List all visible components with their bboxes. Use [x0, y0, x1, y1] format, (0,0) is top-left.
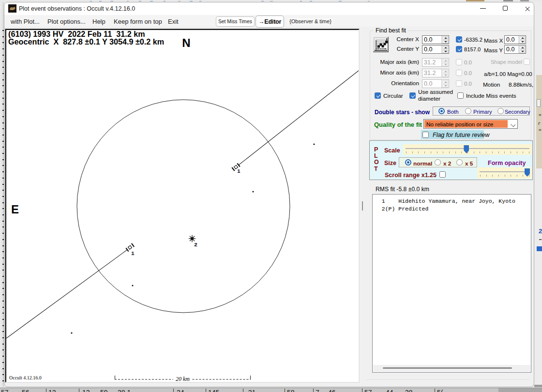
background-window-left-sliver — [0, 2, 4, 387]
quality-of-fit-combobox[interactable]: No reliable position or size — [423, 119, 518, 129]
rms-fit-label: RMS fit -5.8 ±0.0 km — [376, 186, 429, 193]
background-gridline-fragment — [243, 389, 243, 392]
observations-listbox[interactable]: 1 Hidehito Yamamura, near Joyo, Kyoto 2(… — [372, 194, 531, 373]
background-gridline-fragment — [362, 389, 362, 392]
scroll-range-checkbox[interactable] — [439, 171, 446, 178]
chord-track-line — [6, 250, 127, 338]
splitter-handle[interactable] — [362, 201, 363, 211]
quality-of-fit-label: Quality of the fit — [374, 121, 422, 128]
include-miss-events-checkbox[interactable] — [457, 92, 464, 99]
size-x2-radio[interactable] — [435, 159, 441, 166]
scale-slider-thumb[interactable] — [464, 145, 469, 153]
background-window-right-sliver: = r = 2 — [534, 2, 542, 387]
plot-settings-panel: PLOT Scale Size normal x 2 x 5 Form opac… — [369, 140, 533, 180]
background-number-fragment: 44 — [386, 389, 393, 392]
background-text-fragment — [300, 1, 302, 2]
background-number-fragment: 46 — [328, 389, 336, 392]
slider-tick — [498, 175, 499, 177]
editor-button[interactable]: →Editor — [256, 15, 284, 28]
mass-x-label: Mass X — [484, 37, 503, 44]
center-y-input[interactable]: 0.0 — [422, 45, 449, 54]
occult-plot-window: Plot event observations : Occult v.4.12.… — [4, 2, 534, 387]
orientation-label: Orientation — [366, 80, 419, 87]
flag-review-label: Flag for future review — [433, 132, 489, 138]
maximize-button[interactable] — [499, 2, 512, 15]
spin-down-icon — [519, 50, 525, 53]
menu-item-keep-form-on-top[interactable]: Keep form on top — [114, 18, 162, 25]
center-x-fit-checkbox[interactable] — [456, 36, 462, 43]
mass-y-label: Mass Y — [484, 47, 503, 54]
background-number-fragment: 7 — [316, 389, 319, 392]
observation-row[interactable]: 2(P) Predicted — [375, 206, 428, 212]
slider-tick — [505, 175, 505, 177]
predicted-star-center — [191, 237, 194, 240]
set-miss-times-button[interactable]: Set Miss Times — [216, 16, 255, 27]
double-stars-secondary-radio[interactable] — [497, 108, 504, 114]
spin-up-icon — [442, 59, 448, 62]
slider-tick — [517, 175, 517, 177]
minor-axis-input: 31.2 — [422, 69, 449, 77]
menu-item-with-plot[interactable]: with Plot... — [11, 18, 40, 25]
background-number-fragment: 34 — [177, 389, 184, 392]
background-dark-fragment — [534, 385, 542, 387]
background-dark-fragment — [498, 388, 542, 392]
plot-canvas[interactable]: 112(6103) 1993 HV 2022 Feb 11 31.2 kmGeo… — [5, 29, 359, 382]
slider-tick — [523, 175, 523, 177]
center-y-fit-checkbox[interactable] — [456, 46, 462, 52]
minimize-button[interactable] — [476, 2, 490, 15]
background-text-fragment — [261, 1, 264, 2]
horizontal-scrollbar[interactable] — [373, 365, 530, 372]
circular-checkbox[interactable] — [375, 92, 381, 99]
slider-tick — [529, 151, 529, 153]
close-button[interactable] — [521, 2, 534, 15]
background-text-fragment — [503, 0, 513, 1]
slider-tick — [437, 151, 437, 153]
use-assumed-diameter-checkbox[interactable] — [409, 92, 416, 99]
background-text-fragment — [339, 1, 342, 2]
background-text-fragment — [127, 1, 129, 2]
slider-tick — [455, 151, 456, 153]
menu-item-plot-options[interactable]: Plot options... — [47, 18, 86, 25]
major-axis-fit-value: 0.0 — [464, 60, 472, 65]
include-miss-events-label: Include Miss events — [466, 92, 516, 99]
scrollbar-thumb[interactable] — [383, 367, 512, 369]
spin-down-icon — [519, 40, 525, 44]
mass-x-input[interactable]: 0.0 — [504, 35, 526, 44]
window-title: Plot event observations : Occult v.4.12.… — [19, 5, 135, 12]
orientation-fit-checkbox — [456, 80, 462, 87]
chord-error-tick — [232, 167, 235, 171]
right-panel-bottom-edge — [366, 379, 529, 380]
plot-frame: 112(6103) 1993 HV 2022 Feb 11 31.2 kmGeo… — [5, 29, 360, 383]
minor-axis-fit-value: 0.0 — [464, 70, 472, 76]
background-number-fragment: 12 — [82, 389, 90, 392]
form-opacity-slider-track — [480, 171, 529, 172]
flag-review-checkbox[interactable] — [422, 132, 429, 138]
observation-row[interactable]: 1 Hidehito Yamamura, near Joyo, Kyoto — [375, 198, 515, 204]
menu-item-help[interactable]: Help — [92, 18, 105, 25]
mass-y-input[interactable]: 0.0 — [504, 45, 526, 54]
motion-label: Motion — [483, 81, 500, 88]
minor-axis-label: Minor axis (km) — [366, 69, 419, 76]
form-opacity-slider[interactable] — [477, 167, 532, 179]
chord-station-number: 1 — [131, 251, 135, 256]
menubar: Set Miss Times →Editor {Observer & time}… — [4, 15, 534, 27]
spin-down-icon — [442, 63, 448, 66]
observer-time-label: {Observer & time} — [287, 18, 333, 25]
double-stars-both-radio[interactable] — [438, 108, 445, 114]
use-assumed-diameter-label: Use assumeddiameter — [418, 89, 453, 102]
menu-item-exit[interactable]: Exit — [168, 18, 179, 25]
spin-up-icon — [442, 46, 448, 49]
slider-tick — [449, 151, 450, 153]
major-axis-fit-checkbox — [456, 59, 462, 65]
size-normal-radio[interactable] — [405, 159, 411, 166]
chord-station-number: 1 — [237, 168, 241, 174]
motion-value: 8.88km/s, — [509, 81, 534, 88]
size-x5-radio[interactable] — [456, 159, 463, 166]
double-stars-primary-radio[interactable] — [465, 108, 471, 114]
scale-slider[interactable] — [403, 144, 532, 155]
background-number-fragment: 12 — [48, 389, 56, 392]
center-x-input[interactable]: 0.0 — [422, 35, 449, 44]
center-y-fit-value: 8157.0 — [464, 46, 481, 52]
slider-tick — [443, 151, 443, 153]
major-axis-input: 31.2 — [422, 58, 449, 67]
